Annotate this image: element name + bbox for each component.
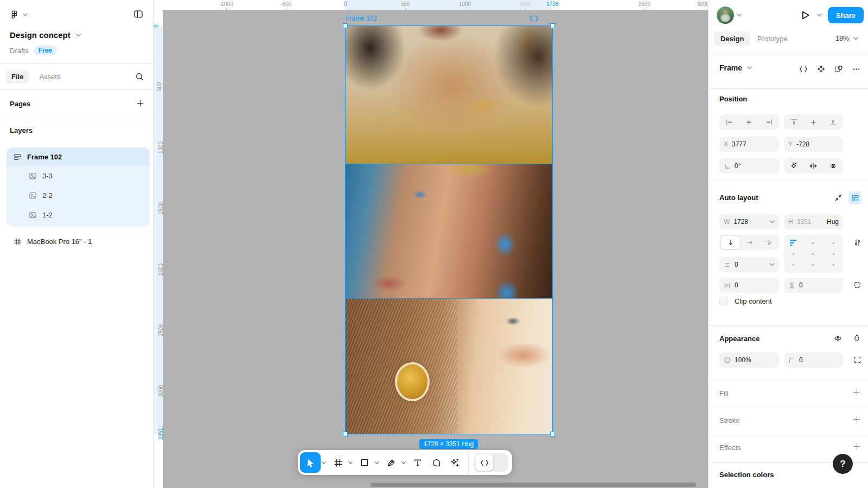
add-page-button[interactable] xyxy=(136,99,144,107)
shape-tool-button[interactable] xyxy=(355,452,374,473)
chevron-down-icon[interactable] xyxy=(76,34,81,37)
opacity-value: 100% xyxy=(735,356,751,364)
plus-icon xyxy=(853,388,861,396)
transform-group xyxy=(784,158,843,174)
chevron-down-icon[interactable] xyxy=(770,263,775,266)
avatar[interactable] xyxy=(717,7,734,24)
plan-badge[interactable]: Free xyxy=(34,46,57,55)
breadcrumb-location[interactable]: Drafts xyxy=(10,47,29,55)
pen-tool-chevron[interactable] xyxy=(400,452,407,473)
gap-field[interactable]: 0 xyxy=(719,257,779,272)
tab-assets[interactable]: Assets xyxy=(37,70,62,84)
height-field[interactable]: H 3351 Hug xyxy=(784,214,843,229)
layer-row-macbook[interactable]: MacBook Pro 16" - 1 xyxy=(7,232,92,251)
direction-wrap-button[interactable] xyxy=(759,236,777,249)
blend-droplet-icon[interactable] xyxy=(853,333,861,343)
flip-horizontal-icon[interactable] xyxy=(809,162,818,170)
copy-code-icon[interactable] xyxy=(799,66,808,72)
horizontal-padding-field[interactable]: 0 xyxy=(719,278,779,293)
corner-radius-value: 0 xyxy=(799,356,803,364)
align-h-center-icon[interactable] xyxy=(745,118,753,126)
tab-design[interactable]: Design xyxy=(714,31,750,46)
align-v-center-icon[interactable] xyxy=(809,118,818,126)
layer-row-frame-102[interactable]: Frame 102 xyxy=(7,147,150,166)
text-tool-button[interactable] xyxy=(409,452,427,473)
figma-logo-menu[interactable] xyxy=(10,10,28,19)
individual-padding-icon[interactable] xyxy=(853,281,861,289)
chevron-down-icon[interactable] xyxy=(747,66,752,69)
shrink-icon[interactable] xyxy=(834,194,843,202)
search-button[interactable] xyxy=(135,72,144,81)
canvas[interactable]: -1000 -500 0 500 1000 1500 1728 2500 300… xyxy=(154,0,708,488)
add-stroke-button[interactable] xyxy=(853,415,861,423)
selection-handle-sw[interactable] xyxy=(343,432,348,436)
h-sizing-mode[interactable]: Hug xyxy=(827,218,839,226)
opacity-field[interactable]: 100% xyxy=(719,352,779,368)
layer-image-2-2[interactable] xyxy=(346,164,552,298)
edit-instance-icon[interactable] xyxy=(834,65,843,73)
horizontal-scrollbar[interactable] xyxy=(371,483,696,487)
frame-type-label[interactable]: Frame xyxy=(719,63,742,72)
help-button[interactable]: ? xyxy=(833,454,853,474)
chevron-down-icon xyxy=(853,37,858,40)
dev-mode-toggle[interactable] xyxy=(474,453,508,472)
tab-file[interactable]: File xyxy=(5,70,29,84)
x-position-field[interactable]: X 3777 xyxy=(719,137,779,152)
vertical-padding-field[interactable]: 0 xyxy=(784,278,843,293)
flip-vertical-icon[interactable] xyxy=(829,162,838,170)
zoom-control[interactable]: 18% xyxy=(835,35,858,42)
rotation-field[interactable]: 0° xyxy=(719,158,779,174)
layer-label: 3-3 xyxy=(42,172,53,180)
layer-image-1-2[interactable] xyxy=(346,298,552,434)
direction-vertical-button[interactable] xyxy=(720,235,741,249)
present-chevron[interactable] xyxy=(817,14,822,17)
comment-tool-button[interactable] xyxy=(427,452,445,473)
direction-horizontal-button[interactable] xyxy=(741,236,759,249)
rotate-icon[interactable] xyxy=(789,162,798,170)
ruler-label: 0 xyxy=(154,24,159,28)
align-bottom-icon[interactable] xyxy=(829,118,837,126)
frame-dev-code-icon[interactable] xyxy=(529,15,539,22)
corner-radius-field[interactable]: 0 xyxy=(784,352,843,368)
present-button[interactable] xyxy=(799,9,811,21)
width-field[interactable]: W 1728 xyxy=(719,214,779,229)
add-effect-button[interactable] xyxy=(853,442,861,451)
move-tool-button[interactable] xyxy=(300,452,321,473)
visibility-eye-icon[interactable] xyxy=(833,335,843,342)
layer-row-1-2[interactable]: 1-2 xyxy=(7,205,150,224)
shape-tool-chevron[interactable] xyxy=(374,452,380,473)
alignment-pad[interactable] xyxy=(784,235,843,273)
selection-handle-se[interactable] xyxy=(550,432,555,436)
add-fill-button[interactable] xyxy=(853,388,861,396)
layer-row-3-3[interactable]: 3-3 xyxy=(7,166,150,185)
align-right-icon[interactable] xyxy=(765,118,773,126)
auto-layout-enabled-toggle[interactable] xyxy=(848,191,861,204)
selection-handle-nw[interactable] xyxy=(343,23,348,28)
move-tool-chevron[interactable] xyxy=(321,452,327,473)
layer-row-2-2[interactable]: 2-2 xyxy=(7,185,150,205)
frame-tool-button[interactable] xyxy=(329,452,347,473)
layer-label: MacBook Pro 16" - 1 xyxy=(27,237,92,246)
clip-content-checkbox[interactable] xyxy=(719,297,728,305)
layer-image-3-3[interactable] xyxy=(346,26,552,164)
w-value: 1728 xyxy=(733,218,748,226)
align-left-icon[interactable] xyxy=(725,118,733,126)
more-options-icon[interactable] xyxy=(852,65,860,73)
tab-prototype[interactable]: Prototype xyxy=(757,35,788,43)
selection-handle-ne[interactable] xyxy=(550,23,555,28)
share-button[interactable]: Share xyxy=(828,7,864,23)
y-position-field[interactable]: Y -728 xyxy=(784,137,843,152)
actions-ai-button[interactable] xyxy=(445,452,464,473)
pen-tool-button[interactable] xyxy=(382,452,400,473)
avatar-chevron[interactable] xyxy=(737,14,742,17)
create-component-icon[interactable] xyxy=(817,65,825,73)
selected-frame-name[interactable]: Frame 102 xyxy=(346,15,377,22)
frame-tool-chevron[interactable] xyxy=(347,452,354,473)
independent-corners-icon[interactable] xyxy=(853,356,861,364)
toggle-sidebar-button[interactable] xyxy=(133,9,143,19)
align-top-icon[interactable] xyxy=(790,118,798,126)
file-title[interactable]: Design concept xyxy=(10,30,71,40)
selected-frame[interactable] xyxy=(346,26,552,434)
chevron-down-icon[interactable] xyxy=(770,220,775,223)
advanced-layout-icon[interactable] xyxy=(853,239,861,247)
